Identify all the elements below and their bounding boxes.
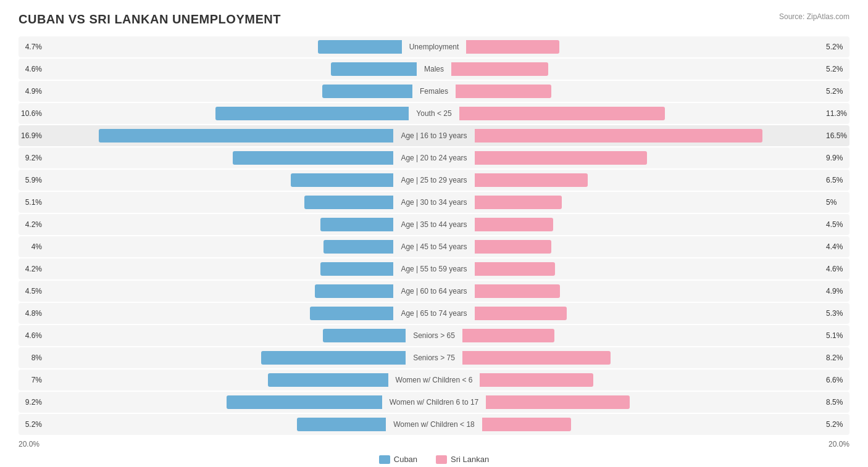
cuban-value: 9.2% [19, 398, 42, 407]
bar-cuban [99, 129, 394, 143]
bar-label: Women w/ Children < 18 [388, 420, 480, 429]
bar-left-wrap [44, 196, 393, 209]
left-section: 5.9% [19, 173, 396, 187]
bar-row: 9.2% Age | 20 to 24 years 9.9% [19, 147, 849, 168]
left-section: 4.5% [19, 284, 396, 298]
bar-row: 5.9% Age | 25 to 29 years 6.5% [19, 170, 849, 191]
chart-body: 4.7% Unemployment 5.2% 4.6% Males 5.2% [19, 36, 849, 435]
bar-srilankan [462, 329, 554, 342]
bar-left-wrap [44, 151, 393, 165]
bar-label: Youth < 25 [411, 109, 456, 118]
bar-right-wrap [475, 129, 824, 143]
left-section: 4% [19, 240, 396, 254]
bar-srilankan [475, 129, 762, 143]
bar-label: Females [415, 87, 453, 96]
bar-row: 4% Age | 45 to 54 years 4.4% [19, 236, 849, 257]
axis-left: 20.0% [19, 440, 40, 448]
bar-srilankan [456, 85, 551, 98]
bar-cuban [318, 40, 402, 54]
srilankan-value: 5.2% [826, 420, 849, 429]
srilankan-value: 9.9% [826, 154, 849, 162]
bar-right-wrap [475, 284, 824, 298]
cuban-value: 9.2% [19, 154, 42, 162]
bar-cuban [261, 351, 406, 365]
bar-row: 4.6% Males 5.2% [19, 59, 849, 80]
cuban-value: 16.9% [19, 131, 42, 140]
bar-row: 5.2% Women w/ Children < 18 5.2% [19, 414, 849, 435]
axis-right: 20.0% [828, 440, 849, 448]
legend-cuban: Cuban [379, 455, 417, 464]
cuban-value: 7% [19, 376, 42, 384]
bar-srilankan [475, 284, 561, 298]
chart-title: CUBAN VS SRI LANKAN UNEMPLOYMENT [19, 12, 281, 27]
right-section: 9.9% [472, 151, 849, 165]
right-section: 5% [472, 196, 849, 209]
bar-cuban [297, 418, 386, 431]
bar-right-wrap [475, 218, 824, 231]
srilankan-value: 16.5% [826, 131, 849, 140]
srilankan-value: 8.5% [826, 398, 849, 407]
bar-label: Age | 45 to 54 years [396, 242, 472, 251]
right-section: 6.6% [477, 373, 849, 387]
cuban-value: 10.6% [19, 109, 42, 118]
bar-srilankan [475, 218, 553, 231]
cuban-value: 8% [19, 353, 42, 362]
bar-label: Age | 30 to 34 years [396, 198, 472, 207]
bar-row: 4.6% Seniors > 65 5.1% [19, 325, 849, 346]
bar-cuban [291, 173, 394, 187]
left-section: 5.2% [19, 418, 388, 431]
bar-right-wrap [475, 262, 824, 276]
right-section: 4.9% [472, 284, 849, 298]
bar-cuban [323, 329, 406, 342]
legend: Cuban Sri Lankan [19, 455, 849, 464]
bar-label: Women w/ Children < 6 [391, 376, 478, 384]
bar-right-wrap [456, 85, 824, 98]
srilankan-value: 8.2% [826, 353, 849, 362]
chart-container: CUBAN VS SRI LANKAN UNEMPLOYMENT Source:… [19, 12, 849, 464]
bar-right-wrap [462, 351, 824, 365]
bar-row: 9.2% Women w/ Children 6 to 17 8.5% [19, 392, 849, 413]
bar-left-wrap [44, 240, 393, 254]
cuban-value: 5.1% [19, 198, 42, 207]
srilankan-value: 4.6% [826, 265, 849, 273]
bar-right-wrap [475, 151, 824, 165]
cuban-value: 4.6% [19, 331, 42, 340]
bar-srilankan [486, 395, 629, 409]
bar-label: Age | 25 to 29 years [396, 176, 472, 184]
bar-row: 4.2% Age | 35 to 44 years 4.5% [19, 214, 849, 235]
bar-row: 16.9% Age | 16 to 19 years 16.5% [19, 125, 849, 146]
bar-right-wrap [475, 173, 824, 187]
bar-srilankan [466, 40, 559, 54]
legend-box-srilankan [436, 455, 447, 464]
bar-srilankan [462, 351, 611, 365]
bar-srilankan [482, 418, 571, 431]
bar-srilankan [475, 173, 588, 187]
right-section: 5.2% [449, 62, 849, 76]
bar-left-wrap [44, 62, 417, 76]
bar-label: Seniors > 75 [408, 353, 460, 362]
legend-label-cuban: Cuban [394, 455, 417, 464]
right-section: 5.2% [453, 85, 849, 98]
left-section: 4.6% [19, 329, 408, 342]
bar-left-wrap [44, 262, 393, 276]
bar-label: Age | 35 to 44 years [396, 220, 472, 229]
bar-srilankan [475, 262, 555, 276]
srilankan-value: 6.5% [826, 176, 849, 184]
left-section: 4.6% [19, 62, 419, 76]
bar-row: 10.6% Youth < 25 11.3% [19, 103, 849, 124]
bar-label: Age | 55 to 59 years [396, 265, 472, 273]
cuban-value: 5.9% [19, 176, 42, 184]
bar-srilankan [480, 373, 593, 387]
left-section: 8% [19, 351, 408, 365]
bar-left-wrap [44, 85, 412, 98]
chart-source: Source: ZipAtlas.com [779, 12, 849, 21]
bar-left-wrap [44, 107, 409, 120]
bar-left-wrap [44, 129, 393, 143]
bar-srilankan [475, 240, 551, 254]
left-section: 4.2% [19, 218, 396, 231]
srilankan-value: 11.3% [826, 109, 849, 118]
bar-cuban [227, 395, 382, 409]
cuban-value: 4.2% [19, 220, 42, 229]
right-section: 5.2% [464, 40, 849, 54]
bar-row: 8% Seniors > 75 8.2% [19, 347, 849, 368]
